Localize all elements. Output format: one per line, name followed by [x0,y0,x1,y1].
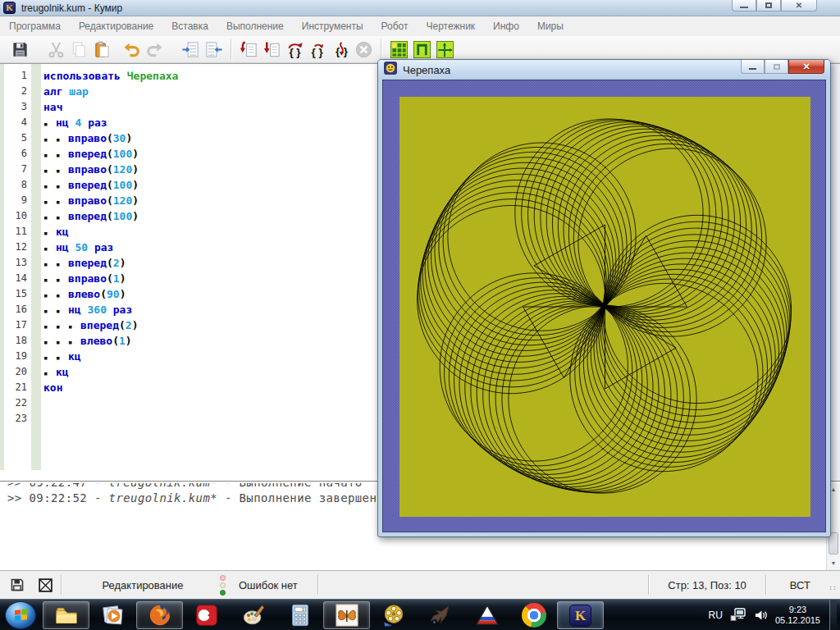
stop-button[interactable] [352,38,375,61]
undo-icon [122,40,141,59]
run-to-cursor-button[interactable] [237,38,260,61]
scroll-down-arrow[interactable]: ▼ [827,557,840,569]
console-line: >> 09:22:47 - treugolnik.kum* - Выполнен… [7,483,363,489]
close-icon: ✕ [796,2,802,10]
close-icon: ✕ [802,62,810,72]
menu-item-execution[interactable]: Выполнение [217,16,293,36]
volume-icon[interactable] [754,609,768,622]
code-text: ▪нц 50 раз [43,240,113,257]
taskbar-app-firefox[interactable] [136,601,183,629]
chrome-icon [522,603,546,628]
menu-item-tools[interactable]: Инструменты [293,16,372,36]
redo-button[interactable] [143,38,166,61]
code-text: ▪▪вперед(100) [43,208,139,226]
minimize-icon [749,68,756,70]
outdent-button[interactable] [202,38,225,61]
line-number: 23 [0,411,27,427]
turtle-window-title: Черепаха [403,64,450,76]
menu-item-robot[interactable]: Робот [372,16,418,36]
start-button[interactable] [5,601,36,629]
clock-time: 9:23 [775,605,820,615]
copy-button[interactable] [67,38,90,61]
draftsman-window-button[interactable] [433,38,456,61]
step-button[interactable]: { } [306,38,329,61]
code-text: ▪▪▪влево(1) [43,333,132,350]
step-over-button[interactable]: { } [283,38,306,61]
code-text: ▪▪вправо(120) [43,162,139,179]
screen: K treugolnik.kum - Кумир ✕ ПрограммаРеда… [0,0,840,630]
taskbar: 0K RU 9:23 05.12.2015 [0,599,840,630]
status-separator [317,575,318,595]
menu-item-program[interactable]: Программа [0,16,70,36]
code-text: ▪▪вперед(2) [43,255,126,272]
undo-button[interactable] [120,38,143,61]
close-button[interactable]: ✕ [781,0,817,11]
run-button[interactable] [260,38,283,61]
turtle-field-frame [382,80,826,532]
turtle-window: Черепаха ✕ [377,59,831,537]
cut-button[interactable] [44,38,67,61]
clock-date: 05.12.2015 [775,615,820,626]
svg-text:{ }: { } [311,46,323,58]
line-number: 13 [0,255,27,271]
show-desktop-button[interactable] [829,600,837,630]
menu-item-draftsman[interactable]: Чертежник [418,16,485,36]
code-text: ▪нц 4 раз [43,115,107,132]
menu-item-info[interactable]: Инфо [484,16,528,36]
indent-button[interactable] [179,38,202,61]
redo-icon [145,40,164,59]
turtle-window-button[interactable] [410,38,433,61]
turtle-window-titlebar[interactable]: Черепаха ✕ [378,60,830,80]
turtle-maximize-button[interactable] [765,60,788,74]
console-filename: treugolnik.kum* [109,483,217,489]
code-text: ▪▪вперед(100) [43,146,139,163]
taskbar-app-paint[interactable] [230,601,276,629]
step-into-button[interactable]: {} [329,38,352,61]
language-indicator[interactable]: RU [709,609,723,621]
line-number: 4 [0,115,27,130]
resize-grip: ⠘⠃ [827,586,837,596]
draftsman-window-icon [436,40,454,59]
taskbar-app-image-viewer[interactable] [323,601,370,629]
line-number: 2 [0,84,27,99]
menu-item-editing[interactable]: Редактирование [70,16,162,36]
line-number: 7 [0,162,27,177]
taskbar-app-film-reel-app[interactable] [370,601,417,629]
taskbar-clock[interactable]: 9:23 05.12.2015 [775,605,822,626]
kumir-icon: K [569,605,591,627]
run-to-cursor-icon [240,40,258,59]
turtle-minimize-button[interactable] [741,60,765,74]
indent-icon [181,40,200,59]
network-icon[interactable] [730,608,746,622]
status-separator [765,575,766,595]
taskbar-app-chrome[interactable] [510,601,557,629]
paste-icon [93,40,112,59]
taskbar-app-kumir[interactable]: K [557,601,604,629]
taskbar-app-calculator[interactable]: 0 [276,601,323,629]
taskbar-app-kmplayer[interactable] [183,601,230,629]
taskbar-app-logo-app[interactable] [463,601,510,629]
maximize-button[interactable] [756,0,781,11]
save-button[interactable] [8,38,31,61]
line-number: 5 [0,130,27,146]
save-icon [11,40,30,59]
taskbar-app-media-player[interactable] [89,601,136,629]
robot-window-button[interactable] [387,38,410,61]
paste-button[interactable] [90,38,113,61]
svg-text:0: 0 [302,607,304,612]
copy-icon [70,40,89,59]
turtle-close-button[interactable]: ✕ [788,60,824,74]
menu-item-worlds[interactable]: Миры [528,16,573,36]
taskbar-app-jet-app[interactable] [417,601,463,629]
taskbar-app-windows-explorer[interactable] [43,601,89,629]
line-number: 11 [0,224,27,240]
minimize-button[interactable] [732,0,756,11]
error-indicator [220,575,226,596]
window-titlebar[interactable]: K treugolnik.kum - Кумир ✕ [0,0,840,16]
code-text: ▪▪нц 360 раз [43,302,132,319]
menu-item-insert[interactable]: Вставка [162,16,217,36]
paint-icon [241,603,266,628]
step-icon: { } [308,40,327,59]
line-number: 10 [0,208,27,224]
line-number: 1 [0,68,27,84]
